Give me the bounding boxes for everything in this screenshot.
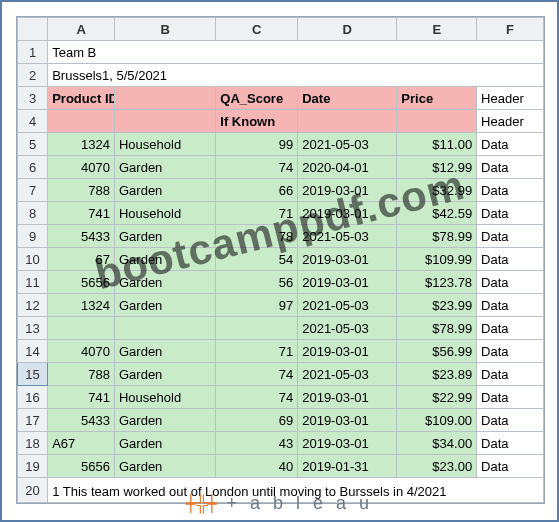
cell-B-8[interactable]: Household xyxy=(114,202,215,225)
title-cell-2[interactable]: Brussels1, 5/5/2021 xyxy=(48,64,544,87)
cell-E-13[interactable]: $78.99 xyxy=(397,317,477,340)
cell-A-17[interactable]: 5433 xyxy=(48,409,115,432)
cell-D-9[interactable]: 2021-05-03 xyxy=(298,225,397,248)
cell-E-5[interactable]: $11.00 xyxy=(397,133,477,156)
hdr-F-3[interactable]: Header xyxy=(477,87,544,110)
cell-B-6[interactable]: Garden xyxy=(114,156,215,179)
cell-A-9[interactable]: 5433 xyxy=(48,225,115,248)
cell-F-11[interactable]: Data xyxy=(477,271,544,294)
cell-C-15[interactable]: 74 xyxy=(216,363,298,386)
row-header-11[interactable]: 11 xyxy=(18,271,48,294)
row-header-8[interactable]: 8 xyxy=(18,202,48,225)
cell-F-8[interactable]: Data xyxy=(477,202,544,225)
cell-D-10[interactable]: 2019-03-01 xyxy=(298,248,397,271)
hdr-E-4[interactable] xyxy=(397,110,477,133)
cell-A-15[interactable]: 788 xyxy=(48,363,115,386)
col-header-C[interactable]: C xyxy=(216,18,298,41)
cell-D-6[interactable]: 2020-04-01 xyxy=(298,156,397,179)
cell-B-19[interactable]: Garden xyxy=(114,455,215,478)
hdr-B-3[interactable] xyxy=(114,87,215,110)
cell-A-5[interactable]: 1324 xyxy=(48,133,115,156)
cell-A-18[interactable]: A67 xyxy=(48,432,115,455)
cell-F-5[interactable]: Data xyxy=(477,133,544,156)
row-header-7[interactable]: 7 xyxy=(18,179,48,202)
col-header-F[interactable]: F xyxy=(477,18,544,41)
row-header-13[interactable]: 13 xyxy=(18,317,48,340)
cell-E-6[interactable]: $12.99 xyxy=(397,156,477,179)
cell-A-16[interactable]: 741 xyxy=(48,386,115,409)
cell-F-6[interactable]: Data xyxy=(477,156,544,179)
row-header-2[interactable]: 2 xyxy=(18,64,48,87)
row-header-9[interactable]: 9 xyxy=(18,225,48,248)
row-header-14[interactable]: 14 xyxy=(18,340,48,363)
cell-F-15[interactable]: Data xyxy=(477,363,544,386)
cell-B-12[interactable]: Garden xyxy=(114,294,215,317)
cell-E-18[interactable]: $34.00 xyxy=(397,432,477,455)
row-header-3[interactable]: 3 xyxy=(18,87,48,110)
cell-E-9[interactable]: $78.99 xyxy=(397,225,477,248)
row-header-12[interactable]: 12 xyxy=(18,294,48,317)
cell-D-14[interactable]: 2019-03-01 xyxy=(298,340,397,363)
row-header-5[interactable]: 5 xyxy=(18,133,48,156)
cell-A-12[interactable]: 1324 xyxy=(48,294,115,317)
cell-B-18[interactable]: Garden xyxy=(114,432,215,455)
cell-F-16[interactable]: Data xyxy=(477,386,544,409)
cell-C-10[interactable]: 54 xyxy=(216,248,298,271)
cell-F-14[interactable]: Data xyxy=(477,340,544,363)
cell-E-12[interactable]: $23.99 xyxy=(397,294,477,317)
cell-E-16[interactable]: $22.99 xyxy=(397,386,477,409)
cell-E-10[interactable]: $109.99 xyxy=(397,248,477,271)
cell-D-11[interactable]: 2019-03-01 xyxy=(298,271,397,294)
cell-C-9[interactable]: 78 xyxy=(216,225,298,248)
cell-F-10[interactable]: Data xyxy=(477,248,544,271)
hdr-C-3[interactable]: QA_Score xyxy=(216,87,298,110)
select-all-cell[interactable] xyxy=(18,18,48,41)
cell-F-17[interactable]: Data xyxy=(477,409,544,432)
cell-D-15[interactable]: 2021-05-03 xyxy=(298,363,397,386)
cell-F-12[interactable]: Data xyxy=(477,294,544,317)
row-header-17[interactable]: 17 xyxy=(18,409,48,432)
hdr-A-3[interactable]: Product ID xyxy=(48,87,115,110)
cell-E-11[interactable]: $123.78 xyxy=(397,271,477,294)
col-header-E[interactable]: E xyxy=(397,18,477,41)
cell-D-19[interactable]: 2019-01-31 xyxy=(298,455,397,478)
cell-A-13[interactable] xyxy=(48,317,115,340)
cell-C-13[interactable] xyxy=(216,317,298,340)
hdr-A-4[interactable] xyxy=(48,110,115,133)
cell-C-19[interactable]: 40 xyxy=(216,455,298,478)
row-header-4[interactable]: 4 xyxy=(18,110,48,133)
cell-B-11[interactable]: Garden xyxy=(114,271,215,294)
cell-A-19[interactable]: 5656 xyxy=(48,455,115,478)
cell-E-7[interactable]: $32.99 xyxy=(397,179,477,202)
cell-C-6[interactable]: 74 xyxy=(216,156,298,179)
row-header-1[interactable]: 1 xyxy=(18,41,48,64)
cell-F-9[interactable]: Data xyxy=(477,225,544,248)
cell-A-11[interactable]: 5656 xyxy=(48,271,115,294)
cell-C-11[interactable]: 56 xyxy=(216,271,298,294)
cell-E-17[interactable]: $109.00 xyxy=(397,409,477,432)
cell-A-10[interactable]: 67 xyxy=(48,248,115,271)
cell-C-7[interactable]: 66 xyxy=(216,179,298,202)
cell-F-7[interactable]: Data xyxy=(477,179,544,202)
cell-D-17[interactable]: 2019-03-01 xyxy=(298,409,397,432)
row-header-19[interactable]: 19 xyxy=(18,455,48,478)
title-cell-1[interactable]: Team B xyxy=(48,41,544,64)
cell-F-13[interactable]: Data xyxy=(477,317,544,340)
cell-B-7[interactable]: Garden xyxy=(114,179,215,202)
cell-B-17[interactable]: Garden xyxy=(114,409,215,432)
cell-E-19[interactable]: $23.00 xyxy=(397,455,477,478)
cell-B-16[interactable]: Household xyxy=(114,386,215,409)
row-header-16[interactable]: 16 xyxy=(18,386,48,409)
cell-B-10[interactable]: Garden xyxy=(114,248,215,271)
cell-E-15[interactable]: $23.89 xyxy=(397,363,477,386)
row-header-15[interactable]: 15 xyxy=(18,363,48,386)
hdr-F-4[interactable]: Header xyxy=(477,110,544,133)
cell-C-5[interactable]: 99 xyxy=(216,133,298,156)
cell-B-9[interactable]: Garden xyxy=(114,225,215,248)
row-header-18[interactable]: 18 xyxy=(18,432,48,455)
cell-D-16[interactable]: 2019-03-01 xyxy=(298,386,397,409)
cell-E-14[interactable]: $56.99 xyxy=(397,340,477,363)
cell-F-19[interactable]: Data xyxy=(477,455,544,478)
cell-C-14[interactable]: 71 xyxy=(216,340,298,363)
col-header-B[interactable]: B xyxy=(114,18,215,41)
